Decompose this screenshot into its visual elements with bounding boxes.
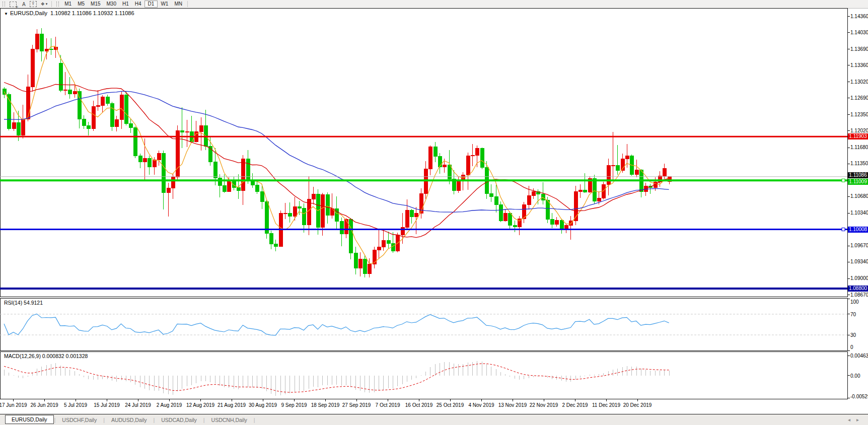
tab-scroll-left-icon: ◂: [848, 417, 856, 422]
macd-scale-label: -0.00529: [850, 394, 868, 399]
date-axis-label: 7 Oct 2019: [376, 402, 400, 408]
rsi-scale-label: 70: [850, 312, 856, 317]
date-axis-label: 26 Jun 2019: [30, 402, 58, 408]
price-tick-label: 1.13020: [850, 79, 868, 85]
tab-usdcnh-daily[interactable]: USDCNH,Daily: [205, 416, 253, 424]
rsi-indicator-label: RSI(14) 54.9121: [4, 300, 43, 306]
rsi-scale-label: 0: [850, 344, 853, 350]
tab-separator: |: [253, 417, 256, 423]
price-tick-label: 1.12020: [850, 128, 868, 133]
price-tick-label: 1.12690: [850, 95, 868, 101]
chart-title: ▼EURUSD,Daily 1.10982 1.11086 1.10932 1.…: [4, 10, 134, 16]
date-axis-label: 25 Oct 2019: [437, 402, 464, 408]
chart-symbol-label: EURUSD,Daily: [10, 10, 47, 16]
price-tick-label: 1.14360: [850, 14, 868, 19]
tab-usdcad-daily[interactable]: USDCAD,Daily: [155, 416, 203, 424]
hline-price-badge: 1.11009: [848, 179, 868, 185]
date-axis-label: 16 Oct 2019: [405, 402, 432, 408]
date-axis-label: 18 Sep 2019: [311, 402, 340, 408]
date-axis-label: 21 Aug 2019: [218, 402, 246, 408]
price-tick-label: 1.11680: [850, 145, 868, 150]
tab-scroll-arrows[interactable]: ◂▸: [848, 417, 865, 422]
hline-handle: [842, 228, 845, 231]
symbol-tab-bar: EURUSD,Daily | USDCHF,Daily | AUDUSD,Dai…: [0, 414, 868, 425]
price-tick-label: 1.10340: [850, 210, 868, 216]
tab-usdchf-daily[interactable]: USDCHF,Daily: [56, 416, 103, 424]
price-tick-label: 1.09000: [850, 275, 868, 281]
macd-scale-label: 0.00: [850, 373, 860, 379]
date-axis-label: 30 Aug 2019: [249, 402, 277, 408]
date-axis-label: 11 Dec 2019: [592, 402, 620, 408]
date-axis-label: 17 Jun 2019: [0, 402, 27, 408]
price-tick-label: 1.13360: [850, 62, 868, 68]
chart-canvas[interactable]: [0, 0, 868, 414]
date-axis-label: 2 Aug 2019: [157, 402, 182, 408]
price-tick-label: 1.09340: [850, 259, 868, 264]
date-axis-label: 12 Aug 2019: [186, 402, 214, 408]
price-tick-label: 1.12350: [850, 112, 868, 117]
date-axis-label: 22 Nov 2019: [530, 402, 558, 408]
price-tick-label: 1.13690: [850, 46, 868, 52]
hline-price-badge: 1.08800: [848, 286, 868, 292]
chart-dropdown-icon[interactable]: ▼: [4, 12, 8, 16]
date-axis-label: 2 Dec 2019: [562, 402, 588, 408]
current-price-badge: 1.11086: [848, 172, 868, 178]
hline-handle: [842, 179, 845, 182]
rsi-scale-label: 100: [850, 299, 859, 305]
date-axis-label: 20 Dec 2019: [623, 402, 652, 408]
date-axis-label: 9 Sep 2019: [281, 402, 307, 408]
date-axis-label: 13 Nov 2019: [498, 402, 527, 408]
macd-scale-label: 0.00463: [850, 353, 868, 359]
chart-ohlc-values: 1.10982 1.11086 1.10932 1.11086: [50, 10, 134, 16]
price-tick-label: 1.09670: [850, 243, 868, 248]
price-tick-label: 1.14030: [850, 30, 868, 35]
price-tick-label: 1.08670: [850, 292, 868, 298]
date-axis-label: 15 Jul 2019: [94, 402, 120, 408]
date-axis-label: 24 Jul 2019: [125, 402, 151, 408]
rsi-scale-label: 30: [850, 332, 856, 338]
date-axis-label: 4 Nov 2019: [468, 402, 494, 408]
hline-price-badge: 1.11903: [848, 133, 868, 139]
date-axis-label: 5 Jul 2019: [64, 402, 87, 408]
tab-eurusd-daily[interactable]: EURUSD,Daily: [5, 415, 54, 424]
hline-price-badge: 1.10008: [848, 227, 868, 233]
tab-audusd-daily[interactable]: AUDUSD,Daily: [105, 416, 153, 424]
tab-scroll-right-icon: ▸: [856, 417, 865, 422]
macd-indicator-label: MACD(12,26,9) 0.000832 0.001328: [4, 353, 88, 359]
date-axis-label: 27 Sep 2019: [342, 402, 371, 408]
price-tick-label: 1.11350: [850, 161, 868, 166]
price-tick-label: 1.10680: [850, 193, 868, 199]
mt4-terminal: { "toolbar": { "fib_letter": "F", "text_…: [0, 0, 868, 425]
